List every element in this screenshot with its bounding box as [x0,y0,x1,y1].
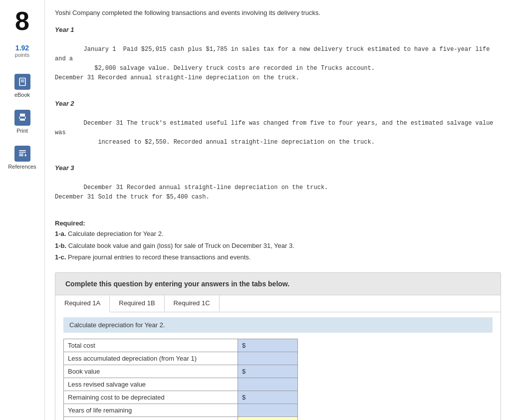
table-row: Years of life remaining [64,404,298,417]
input-cell-book-value: $ [238,365,298,378]
year3-content: December 31 Recorded annual straight-lin… [55,174,501,212]
references-svg [17,149,27,159]
tab-content-header: Calculate depreciation for Year 2. [63,317,493,333]
table-row: Less accumulated depreciation (from Year… [64,352,298,365]
year2-line1: December 31 The truck's estimated useful… [55,120,497,146]
input-cell-salvage [238,378,298,391]
row-label-total-cost: Total cost [64,339,238,352]
year1-title: Year 1 [55,26,501,33]
sidebar-print-label: Print [16,128,28,134]
intro-text: Yoshi Company completed the following tr… [55,8,501,18]
points-value: 1.92 [15,44,29,52]
year1-content: January 1 Paid $25,015 cash plus $1,785 … [55,35,501,93]
req-1c-text: Prepare journal entries to record these … [68,253,251,261]
row-label-less-accum: Less accumulated depreciation (from Year… [64,352,238,365]
table-row: Book value $ [64,365,298,378]
input-wrapper [242,380,293,389]
req-1b-text: Calculate book value and gain (loss) for… [68,242,294,249]
references-icon [14,146,30,162]
sidebar-item-ebook[interactable]: eBook [5,70,40,102]
table-row: Total depreciation for Year 2 [64,417,298,420]
req-1b-bold: 1-b. [55,242,66,249]
points-section: 1.92 points [15,44,29,58]
input-wrapper: $ [242,393,293,402]
tab-content-1a: Calculate depreciation for Year 2. Total… [55,312,501,420]
year2-section: Year 2 December 31 The truck's estimated… [55,100,501,157]
required-title: Required: [55,219,501,227]
tab-required-1b[interactable]: Required 1B [110,295,164,312]
points-label: points [15,52,29,58]
page: 8 1.92 points eBook Print References Yos… [0,0,511,420]
required-item-1c: 1-c. Prepare journal entries to record t… [55,252,501,262]
input-years-remaining[interactable] [242,406,293,415]
input-cell-remaining-cost: $ [238,391,298,404]
complete-box-text: Complete this question by entering your … [65,280,289,288]
req-1a-bold: 1-a. [55,230,66,237]
input-book-value[interactable] [246,367,293,376]
sidebar: 8 1.92 points eBook Print References [0,0,45,420]
req-1c-bold: 1-c. [55,253,66,261]
table-row: Less revised salvage value [64,378,298,391]
row-label-years-remaining: Years of life remaining [64,404,238,417]
sidebar-references-label: References [8,164,36,170]
print-svg [17,113,27,123]
sidebar-item-print[interactable]: Print [5,106,40,138]
year2-content: December 31 The truck's estimated useful… [55,109,501,157]
input-remaining-cost[interactable] [246,393,293,402]
print-icon [14,110,30,126]
required-item-1b: 1-b. Calculate book value and gain (loss… [55,241,501,251]
complete-box: Complete this question by entering your … [55,272,501,295]
tab-1a-label: Required 1A [64,299,100,307]
row-label-book-value: Book value [64,365,238,378]
dollar-sign: $ [242,368,246,375]
input-wrapper: $ [242,341,293,350]
row-label-salvage: Less revised salvage value [64,378,238,391]
required-section: Required: 1-a. Calculate depreciation fo… [55,219,501,262]
required-item-1a: 1-a. Calculate depreciation for Year 2. [55,229,501,239]
input-total-cost[interactable] [246,341,293,350]
input-wrapper [242,406,293,415]
input-cell-years-remaining [238,404,298,417]
tabs-row: Required 1A Required 1B Required 1C [55,295,501,312]
main-content: Yoshi Company completed the following tr… [45,0,511,420]
sidebar-ebook-label: eBook [14,92,30,98]
req-1a-text: Calculate depreciation for Year 2. [68,230,164,237]
book-icon [14,74,30,90]
table-row: Remaining cost to be depreciated $ [64,391,298,404]
dollar-sign: $ [242,342,246,349]
book-svg [17,77,27,87]
year3-lines: December 31 Recorded annual straight-lin… [55,184,328,201]
input-cell-less-accum [238,352,298,365]
year2-title: Year 2 [55,100,501,107]
input-salvage[interactable] [242,380,293,389]
input-wrapper: $ [242,367,293,376]
row-label-remaining-cost: Remaining cost to be depreciated [64,391,238,404]
tab-1c-label: Required 1C [174,299,210,307]
year3-title: Year 3 [55,164,501,172]
year1-line1: January 1 Paid $25,015 cash plus $1,785 … [55,46,494,82]
input-less-accum[interactable] [242,354,293,363]
tab-1b-label: Required 1B [119,299,155,307]
year1-section: Year 1 January 1 Paid $25,015 cash plus … [55,26,501,93]
input-wrapper [242,354,293,363]
problem-number: 8 [15,8,29,34]
table-row: Total cost $ [64,339,298,352]
year3-section: Year 3 December 31 Recorded annual strai… [55,164,501,212]
tab-required-1c[interactable]: Required 1C [165,295,220,312]
input-cell-total-cost: $ [238,339,298,352]
input-cell-total-dep [238,417,298,420]
depreciation-table: Total cost $ Less accumulat [63,339,298,420]
tab-required-1a[interactable]: Required 1A [55,295,110,312]
dollar-sign: $ [242,394,246,401]
tabs-container: Required 1A Required 1B Required 1C Calc… [55,295,501,420]
sidebar-item-references[interactable]: References [5,142,40,174]
row-label-total-dep: Total depreciation for Year 2 [64,417,238,420]
